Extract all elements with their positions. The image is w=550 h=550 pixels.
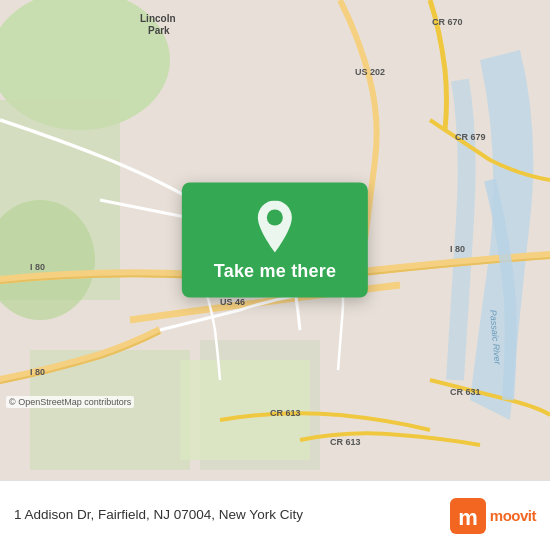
svg-text:CR 670: CR 670 <box>432 17 463 27</box>
map-attribution: © OpenStreetMap contributors <box>6 396 134 408</box>
svg-text:CR 631: CR 631 <box>450 387 481 397</box>
moovit-logo: m moovit <box>450 498 536 534</box>
cta-button-label: Take me there <box>214 261 336 282</box>
svg-text:CR 613: CR 613 <box>330 437 361 447</box>
svg-text:I 80: I 80 <box>30 262 45 272</box>
svg-text:CR 679: CR 679 <box>455 132 486 142</box>
svg-text:Lincoln: Lincoln <box>140 13 176 24</box>
svg-text:I 80: I 80 <box>450 244 465 254</box>
moovit-icon: m <box>450 498 486 534</box>
footer: 1 Addison Dr, Fairfield, NJ 07004, New Y… <box>0 480 550 550</box>
svg-text:US 202: US 202 <box>355 67 385 77</box>
svg-point-20 <box>267 210 283 226</box>
map-container: I 80 I 80 I 80 US 46 US 202 CR 670 CR 67… <box>0 0 550 480</box>
svg-text:Park: Park <box>148 25 170 36</box>
svg-text:CR 613: CR 613 <box>270 408 301 418</box>
svg-text:m: m <box>458 505 478 530</box>
svg-text:US 46: US 46 <box>220 297 245 307</box>
svg-text:I 80: I 80 <box>30 367 45 377</box>
address-label: 1 Addison Dr, Fairfield, NJ 07004, New Y… <box>14 506 450 525</box>
location-pin-icon <box>253 201 297 253</box>
moovit-wordmark: moovit <box>490 507 536 524</box>
cta-card[interactable]: Take me there <box>182 183 368 298</box>
